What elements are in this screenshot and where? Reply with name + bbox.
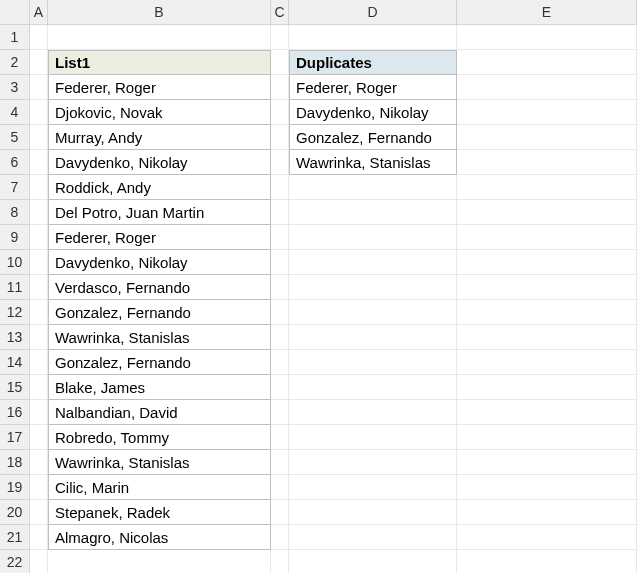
cell-e11[interactable]: [457, 275, 637, 300]
cell-b15[interactable]: Blake, James: [48, 375, 271, 400]
cell-e12[interactable]: [457, 300, 637, 325]
cell-a22[interactable]: [30, 550, 48, 573]
cell-b3[interactable]: Federer, Roger: [48, 75, 271, 100]
cell-b18[interactable]: Wawrinka, Stanislas: [48, 450, 271, 475]
row-header-13[interactable]: 13: [0, 325, 30, 350]
cell-d3[interactable]: Federer, Roger: [289, 75, 457, 100]
row-header-16[interactable]: 16: [0, 400, 30, 425]
row-header-22[interactable]: 22: [0, 550, 30, 573]
cell-b6[interactable]: Davydenko, Nikolay: [48, 150, 271, 175]
cell-d21[interactable]: [289, 525, 457, 550]
cell-a12[interactable]: [30, 300, 48, 325]
cell-d20[interactable]: [289, 500, 457, 525]
select-all-corner[interactable]: [0, 0, 30, 25]
cell-d17[interactable]: [289, 425, 457, 450]
cell-b7[interactable]: Roddick, Andy: [48, 175, 271, 200]
cell-d15[interactable]: [289, 375, 457, 400]
cell-e1[interactable]: [457, 25, 637, 50]
cell-e18[interactable]: [457, 450, 637, 475]
cell-d16[interactable]: [289, 400, 457, 425]
cell-c1[interactable]: [271, 25, 289, 50]
spreadsheet-grid[interactable]: ABCDE12List1Duplicates3Federer, RogerFed…: [0, 0, 642, 573]
cell-d7[interactable]: [289, 175, 457, 200]
row-header-12[interactable]: 12: [0, 300, 30, 325]
cell-c9[interactable]: [271, 225, 289, 250]
cell-d6[interactable]: Wawrinka, Stanislas: [289, 150, 457, 175]
row-header-7[interactable]: 7: [0, 175, 30, 200]
cell-a13[interactable]: [30, 325, 48, 350]
cell-a15[interactable]: [30, 375, 48, 400]
cell-c20[interactable]: [271, 500, 289, 525]
cell-d12[interactable]: [289, 300, 457, 325]
cell-c16[interactable]: [271, 400, 289, 425]
cell-e7[interactable]: [457, 175, 637, 200]
cell-e17[interactable]: [457, 425, 637, 450]
cell-a6[interactable]: [30, 150, 48, 175]
cell-c10[interactable]: [271, 250, 289, 275]
cell-a18[interactable]: [30, 450, 48, 475]
row-header-8[interactable]: 8: [0, 200, 30, 225]
cell-e13[interactable]: [457, 325, 637, 350]
cell-d22[interactable]: [289, 550, 457, 573]
cell-e6[interactable]: [457, 150, 637, 175]
cell-c4[interactable]: [271, 100, 289, 125]
cell-d18[interactable]: [289, 450, 457, 475]
cell-a10[interactable]: [30, 250, 48, 275]
cell-a17[interactable]: [30, 425, 48, 450]
cell-a21[interactable]: [30, 525, 48, 550]
cell-c19[interactable]: [271, 475, 289, 500]
cell-e8[interactable]: [457, 200, 637, 225]
cell-d14[interactable]: [289, 350, 457, 375]
cell-c6[interactable]: [271, 150, 289, 175]
cell-c22[interactable]: [271, 550, 289, 573]
cell-b4[interactable]: Djokovic, Novak: [48, 100, 271, 125]
cell-b9[interactable]: Federer, Roger: [48, 225, 271, 250]
column-header-a[interactable]: A: [30, 0, 48, 25]
cell-e5[interactable]: [457, 125, 637, 150]
column-header-c[interactable]: C: [271, 0, 289, 25]
row-header-14[interactable]: 14: [0, 350, 30, 375]
cell-c21[interactable]: [271, 525, 289, 550]
cell-b21[interactable]: Almagro, Nicolas: [48, 525, 271, 550]
row-header-17[interactable]: 17: [0, 425, 30, 450]
cell-e16[interactable]: [457, 400, 637, 425]
cell-a1[interactable]: [30, 25, 48, 50]
row-header-10[interactable]: 10: [0, 250, 30, 275]
cell-a16[interactable]: [30, 400, 48, 425]
cell-e14[interactable]: [457, 350, 637, 375]
cell-b2[interactable]: List1: [48, 50, 271, 75]
cell-c8[interactable]: [271, 200, 289, 225]
cell-e22[interactable]: [457, 550, 637, 573]
cell-c14[interactable]: [271, 350, 289, 375]
row-header-2[interactable]: 2: [0, 50, 30, 75]
row-header-6[interactable]: 6: [0, 150, 30, 175]
cell-d5[interactable]: Gonzalez, Fernando: [289, 125, 457, 150]
cell-d1[interactable]: [289, 25, 457, 50]
row-header-20[interactable]: 20: [0, 500, 30, 525]
cell-a3[interactable]: [30, 75, 48, 100]
cell-c7[interactable]: [271, 175, 289, 200]
cell-e10[interactable]: [457, 250, 637, 275]
row-header-1[interactable]: 1: [0, 25, 30, 50]
cell-b14[interactable]: Gonzalez, Fernando: [48, 350, 271, 375]
cell-a14[interactable]: [30, 350, 48, 375]
cell-e9[interactable]: [457, 225, 637, 250]
cell-b17[interactable]: Robredo, Tommy: [48, 425, 271, 450]
cell-e21[interactable]: [457, 525, 637, 550]
cell-c17[interactable]: [271, 425, 289, 450]
cell-b20[interactable]: Stepanek, Radek: [48, 500, 271, 525]
cell-b8[interactable]: Del Potro, Juan Martin: [48, 200, 271, 225]
cell-a8[interactable]: [30, 200, 48, 225]
cell-b22[interactable]: [48, 550, 271, 573]
cell-e19[interactable]: [457, 475, 637, 500]
column-header-e[interactable]: E: [457, 0, 637, 25]
row-header-3[interactable]: 3: [0, 75, 30, 100]
cell-c18[interactable]: [271, 450, 289, 475]
cell-d4[interactable]: Davydenko, Nikolay: [289, 100, 457, 125]
cell-c15[interactable]: [271, 375, 289, 400]
row-header-19[interactable]: 19: [0, 475, 30, 500]
cell-b5[interactable]: Murray, Andy: [48, 125, 271, 150]
cell-c12[interactable]: [271, 300, 289, 325]
cell-e4[interactable]: [457, 100, 637, 125]
cell-d11[interactable]: [289, 275, 457, 300]
